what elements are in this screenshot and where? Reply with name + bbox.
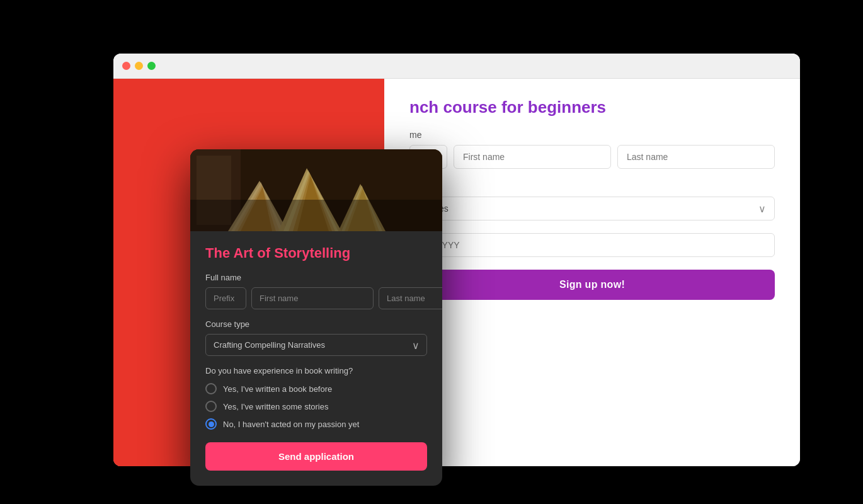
maximize-dot[interactable]: [147, 62, 156, 70]
modal-name-row: [205, 287, 427, 309]
modal-header-image: [190, 149, 442, 231]
modal-body: The Art of Storytelling Full name Course…: [190, 231, 442, 486]
close-dot[interactable]: [122, 62, 130, 70]
radio-label-0: Yes, I've written a book before: [223, 384, 332, 394]
signup-button[interactable]: Sign up now!: [409, 270, 775, 300]
modal-course-label: Course type: [205, 319, 427, 329]
modal-lastname-input[interactable]: [379, 287, 442, 309]
modal-radio-group: Yes, I've written a book before Yes, I'v…: [205, 383, 427, 430]
radio-circle-2: [205, 418, 217, 430]
back-name-label: me: [409, 130, 775, 140]
back-course-title: nch course for beginners: [409, 98, 775, 117]
modal-prefix-input[interactable]: [205, 287, 246, 309]
radio-item-2[interactable]: No, I haven't acted on my passion yet: [205, 418, 427, 430]
modal-name-label: Full name: [205, 273, 427, 282]
back-course-select-wrapper: classes: [409, 197, 775, 220]
right-form-content: nch course for beginners me e type class…: [384, 79, 800, 466]
radio-item-1[interactable]: Yes, I've written some stories: [205, 401, 427, 412]
modal-experience-question: Do you have experience in book writing?: [205, 366, 427, 375]
back-name-row: [409, 145, 775, 169]
modal-overlay: The Art of Storytelling Full name Course…: [190, 149, 442, 486]
radio-label-1: Yes, I've written some stories: [223, 402, 328, 411]
modal-course-select-wrapper: Crafting Compelling Narratives: [205, 334, 427, 356]
modal-firstname-input[interactable]: [251, 287, 374, 309]
radio-label-2: No, I haven't acted on my passion yet: [223, 420, 359, 429]
modal-course-select[interactable]: Crafting Compelling Narratives: [205, 334, 427, 356]
back-firstname-input[interactable]: [454, 145, 611, 169]
modal-submit-button[interactable]: Send application: [205, 442, 427, 471]
svg-rect-29: [190, 149, 442, 231]
minimize-dot[interactable]: [135, 62, 143, 70]
back-date-input[interactable]: [409, 233, 775, 257]
radio-circle-0: [205, 383, 217, 394]
radio-circle-1: [205, 401, 217, 412]
browser-titlebar: [113, 54, 800, 79]
back-lastname-input[interactable]: [617, 145, 775, 169]
radio-item-0[interactable]: Yes, I've written a book before: [205, 383, 427, 394]
modal-title: The Art of Storytelling: [205, 245, 427, 261]
back-course-label: e type: [409, 181, 775, 192]
back-course-select[interactable]: classes: [409, 197, 775, 220]
